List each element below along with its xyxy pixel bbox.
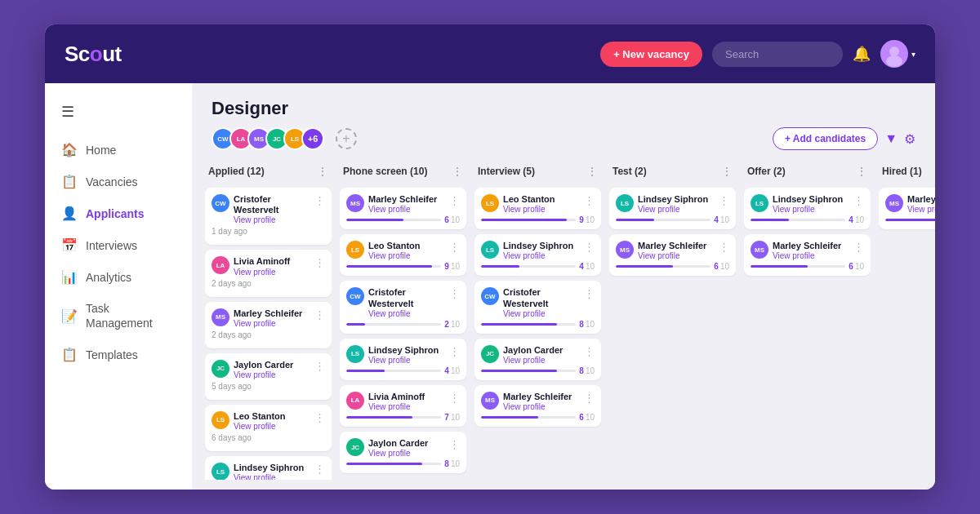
card-menu-icon[interactable]: ⋮ bbox=[314, 256, 325, 268]
add-avatar-button[interactable]: + bbox=[336, 128, 357, 149]
score-max: 10 bbox=[855, 215, 864, 224]
score-numbers: 6 10 bbox=[849, 262, 864, 271]
column-menu-icon[interactable]: ⋮ bbox=[721, 165, 733, 178]
card-menu-icon[interactable]: ⋮ bbox=[314, 360, 325, 372]
card-name: Marley Schleifer bbox=[368, 194, 437, 205]
view-profile-link[interactable]: View profile bbox=[503, 402, 572, 411]
column-cards: LS Lindsey Siphron View profile ⋮ 4 1 bbox=[609, 188, 736, 480]
sidebar-item-interviews[interactable]: 📅 Interviews bbox=[45, 229, 192, 261]
view-profile-link[interactable]: View profile bbox=[234, 370, 293, 379]
user-avatar-wrap[interactable]: ▾ bbox=[880, 40, 915, 68]
card-menu-icon[interactable]: ⋮ bbox=[853, 194, 864, 206]
view-profile-link[interactable]: View profile bbox=[234, 422, 286, 431]
card-menu-icon[interactable]: ⋮ bbox=[584, 194, 595, 206]
sidebar-item-home[interactable]: 🏠 Home bbox=[45, 134, 192, 166]
card-menu-icon[interactable]: ⋮ bbox=[449, 241, 460, 253]
home-icon: 🏠 bbox=[61, 142, 78, 157]
settings-icon[interactable]: ⚙ bbox=[904, 131, 915, 147]
card-menu-icon[interactable]: ⋮ bbox=[449, 345, 460, 357]
view-profile-link[interactable]: View profile bbox=[907, 205, 935, 214]
score-numbers: 9 10 bbox=[444, 262, 460, 271]
sidebar-item-templates[interactable]: 📋 Templates bbox=[45, 339, 192, 370]
column-menu-icon[interactable]: ⋮ bbox=[317, 165, 328, 178]
view-profile-link[interactable]: View profile bbox=[234, 473, 304, 480]
view-profile-link[interactable]: View profile bbox=[368, 205, 437, 214]
menu-hamburger-icon[interactable]: ☰ bbox=[45, 96, 192, 134]
card-menu-icon[interactable]: ⋮ bbox=[314, 308, 325, 321]
card-menu-icon[interactable]: ⋮ bbox=[853, 241, 864, 253]
view-profile-link[interactable]: View profile bbox=[368, 402, 425, 411]
card-menu-icon[interactable]: ⋮ bbox=[584, 287, 595, 299]
card-avatar: MS bbox=[885, 194, 903, 212]
score-max: 10 bbox=[451, 413, 460, 422]
card-menu-icon[interactable]: ⋮ bbox=[719, 194, 729, 206]
card-info: Lindsey Siphron View profile bbox=[234, 463, 304, 480]
score-bar-wrap bbox=[346, 323, 441, 326]
card-name: Leo Stanton bbox=[503, 194, 555, 205]
view-profile-link[interactable]: View profile bbox=[234, 268, 290, 277]
score-value: 4 bbox=[579, 262, 584, 271]
card-header: LS Lindsey Siphron View profile ⋮ bbox=[481, 241, 595, 260]
view-profile-link[interactable]: View profile bbox=[234, 319, 302, 328]
search-input[interactable] bbox=[712, 42, 843, 67]
interviews-icon: 📅 bbox=[61, 237, 78, 253]
card-info: Jaylon Carder View profile bbox=[368, 438, 428, 458]
score-bar bbox=[616, 219, 654, 221]
card-header: MS Marley Schleifer View profile ⋮ bbox=[481, 392, 595, 411]
view-profile-link[interactable]: View profile bbox=[368, 449, 428, 458]
filter-icon[interactable]: ▼ bbox=[884, 131, 898, 146]
view-profile-link[interactable]: View profile bbox=[638, 251, 706, 260]
view-profile-link[interactable]: View profile bbox=[503, 309, 584, 318]
view-profile-link[interactable]: View profile bbox=[368, 251, 421, 260]
notification-icon[interactable]: 🔔 bbox=[853, 45, 871, 63]
card-menu-icon[interactable]: ⋮ bbox=[449, 194, 460, 206]
sidebar-item-analytics[interactable]: 📊 Analytics bbox=[45, 261, 192, 293]
candidate-card: LS Leo Stanton View profile ⋮ 9 10 bbox=[474, 188, 601, 229]
view-profile-link[interactable]: View profile bbox=[503, 356, 563, 365]
new-vacancy-button[interactable]: + New vacancy bbox=[600, 42, 702, 67]
view-profile-link[interactable]: View profile bbox=[368, 309, 449, 318]
kanban-scroll[interactable]: Applied (12) ⋮ CW Cristofer Westervelt V… bbox=[192, 160, 935, 490]
card-header: LS Leo Stanton View profile ⋮ bbox=[346, 241, 460, 260]
column-title: Interview (5) bbox=[478, 166, 535, 177]
card-header: LS Leo Stanton View profile ⋮ bbox=[212, 411, 325, 431]
view-profile-link[interactable]: View profile bbox=[503, 251, 573, 260]
card-menu-icon[interactable]: ⋮ bbox=[314, 463, 325, 475]
view-profile-link[interactable]: View profile bbox=[234, 215, 314, 224]
view-profile-link[interactable]: View profile bbox=[503, 205, 555, 214]
column-menu-icon[interactable]: ⋮ bbox=[586, 165, 598, 178]
score-max: 10 bbox=[586, 366, 595, 375]
view-profile-link[interactable]: View profile bbox=[773, 251, 841, 260]
view-profile-link[interactable]: View profile bbox=[368, 356, 439, 365]
column-menu-icon[interactable]: ⋮ bbox=[856, 165, 867, 178]
card-person: JC Jaylon Carder View profile bbox=[212, 360, 293, 379]
card-menu-icon[interactable]: ⋮ bbox=[449, 392, 460, 404]
card-menu-icon[interactable]: ⋮ bbox=[449, 287, 460, 299]
sidebar-item-vacancies[interactable]: 📋 Vacancies bbox=[45, 166, 192, 197]
card-menu-icon[interactable]: ⋮ bbox=[314, 194, 325, 206]
card-menu-icon[interactable]: ⋮ bbox=[584, 392, 595, 404]
applicants-icon: 👤 bbox=[61, 206, 78, 221]
card-menu-icon[interactable]: ⋮ bbox=[719, 241, 729, 253]
score-numbers: 6 10 bbox=[444, 215, 460, 224]
sidebar-item-applicants[interactable]: 👤 Applicants bbox=[45, 197, 192, 229]
card-menu-icon[interactable]: ⋮ bbox=[584, 241, 595, 253]
column-menu-icon[interactable]: ⋮ bbox=[452, 165, 463, 178]
view-profile-link[interactable]: View profile bbox=[638, 205, 708, 214]
card-menu-icon[interactable]: ⋮ bbox=[314, 411, 325, 423]
card-info: Jaylon Carder View profile bbox=[503, 345, 563, 365]
card-header: LS Lindsey Siphron View profile ⋮ bbox=[751, 194, 864, 214]
score-numbers: 4 10 bbox=[714, 215, 729, 224]
card-menu-icon[interactable]: ⋮ bbox=[584, 345, 595, 357]
score-row: 4 10 bbox=[616, 215, 729, 224]
card-name: Livia Aminoff bbox=[234, 256, 290, 267]
view-profile-link[interactable]: View profile bbox=[773, 205, 843, 214]
card-person: MS Marley Schleifer View profile bbox=[212, 308, 302, 328]
add-candidates-button[interactable]: + Add candidates bbox=[773, 127, 878, 150]
card-menu-icon[interactable]: ⋮ bbox=[449, 438, 460, 450]
card-avatar: CW bbox=[481, 287, 499, 305]
sidebar-item-task-management[interactable]: 📝 Task Management bbox=[45, 293, 192, 339]
card-header: MS Marley Schleifer View profile ⋮ bbox=[616, 241, 729, 260]
task-management-icon: 📝 bbox=[61, 308, 78, 324]
score-numbers: 8 10 bbox=[579, 320, 595, 329]
